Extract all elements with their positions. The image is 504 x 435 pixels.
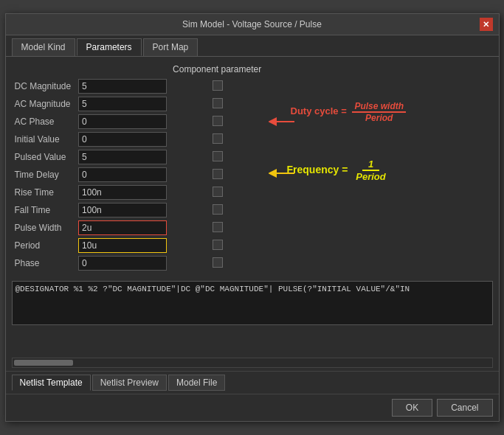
param-input-pulse-width[interactable] (78, 220, 167, 235)
tab-model-file[interactable]: Model File (168, 375, 225, 391)
freq-numerator: 1 (362, 159, 379, 171)
red-arrow (269, 114, 298, 129)
duty-numerator: Pulse width (352, 101, 406, 113)
param-checkbox-4[interactable] (213, 151, 223, 161)
table-row: Pulsed Value (12, 148, 263, 166)
column-header: Component parameter (172, 63, 263, 77)
param-label-rise-time: Rise Time (12, 184, 76, 201)
ok-button[interactable]: OK (392, 399, 432, 417)
param-label-pulsed-value: Pulsed Value (12, 148, 76, 166)
duty-label: Duty cycle = (291, 105, 347, 116)
param-input-pulsed-value[interactable] (78, 150, 167, 164)
param-input-period[interactable] (78, 238, 167, 253)
param-label-initial-value: Initial Value (12, 130, 76, 148)
params-panel: Component parameter DC MagnitudeAC Magni… (12, 63, 263, 272)
param-label-fall-time: Fall Time (12, 201, 76, 219)
param-label-ac-phase: AC Phase (12, 113, 76, 130)
param-checkbox-3[interactable] (213, 133, 223, 144)
param-label-ac-magnitude: AC Magnitude (12, 95, 76, 113)
tab-model-kind[interactable]: Model Kind (12, 38, 75, 56)
param-input-dc-magnitude[interactable] (78, 79, 167, 94)
yellow-arrow (269, 166, 298, 181)
horizontal-scrollbar[interactable] (12, 358, 493, 368)
param-input-rise-time[interactable] (78, 185, 167, 200)
close-button[interactable]: ✕ (480, 18, 493, 31)
freq-denominator: Period (353, 171, 387, 182)
duty-cycle-formula: Duty cycle = Pulse width Period (291, 101, 407, 123)
table-row: Period (12, 237, 263, 254)
main-window: Sim Model - Voltage Source / Pulse ✕ Mod… (5, 13, 500, 422)
table-row: Rise Time (12, 184, 263, 201)
tab-port-map[interactable]: Port Map (143, 38, 199, 56)
table-row: Phase (12, 254, 263, 272)
title-bar: Sim Model - Voltage Source / Pulse ✕ (6, 14, 499, 35)
param-input-fall-time[interactable] (78, 203, 167, 218)
tab-netlist-preview[interactable]: Netlist Preview (92, 375, 167, 391)
table-row: AC Phase (12, 113, 263, 130)
params-table: Component parameter DC MagnitudeAC Magni… (12, 63, 263, 272)
param-checkbox-6[interactable] (213, 187, 223, 197)
footer: OK Cancel (6, 394, 499, 421)
param-input-ac-magnitude[interactable] (78, 97, 167, 111)
cancel-button[interactable]: Cancel (437, 399, 492, 417)
tab-parameters[interactable]: Parameters (77, 38, 142, 56)
netlist-template-text: @DESIGNATOR %1 %2 ?"DC MAGNITUDE"|DC @"D… (12, 281, 493, 325)
param-label-time-delay: Time Delay (12, 166, 76, 184)
table-row: Fall Time (12, 201, 263, 219)
table-row: Pulse Width (12, 219, 263, 237)
param-input-time-delay[interactable] (78, 167, 167, 182)
param-checkbox-9[interactable] (213, 240, 223, 250)
top-tabs: Model Kind Parameters Port Map (6, 35, 499, 57)
frequency-formula: Frequency = 1 Period (287, 159, 388, 182)
param-checkbox-8[interactable] (213, 222, 223, 232)
param-input-ac-phase[interactable] (78, 114, 167, 129)
param-checkbox-5[interactable] (213, 169, 223, 179)
table-row: Initial Value (12, 130, 263, 148)
tab-netlist-template[interactable]: Netlist Template (12, 375, 91, 391)
param-label-phase: Phase (12, 254, 76, 272)
param-label-dc-magnitude: DC Magnitude (12, 77, 76, 95)
duty-denominator: Period (363, 113, 395, 123)
formulas-panel: Duty cycle = Pulse width Period (269, 63, 493, 272)
table-row: Time Delay (12, 166, 263, 184)
window-title: Sim Model - Voltage Source / Pulse (25, 19, 480, 29)
table-row: AC Magnitude (12, 95, 263, 113)
param-checkbox-0[interactable] (213, 80, 223, 91)
param-label-pulse-width: Pulse Width (12, 219, 76, 237)
param-label-period: Period (12, 237, 76, 254)
main-content: Component parameter DC MagnitudeAC Magni… (6, 57, 499, 278)
scrollbar-thumb[interactable] (14, 360, 73, 366)
bottom-tabs: Netlist Template Netlist Preview Model F… (6, 371, 499, 391)
table-row: DC Magnitude (12, 77, 263, 95)
param-input-initial-value[interactable] (78, 132, 167, 147)
param-checkbox-10[interactable] (213, 257, 223, 268)
param-checkbox-7[interactable] (213, 204, 223, 215)
param-checkbox-2[interactable] (213, 116, 223, 126)
param-checkbox-1[interactable] (213, 98, 223, 108)
param-input-phase[interactable] (78, 256, 167, 271)
